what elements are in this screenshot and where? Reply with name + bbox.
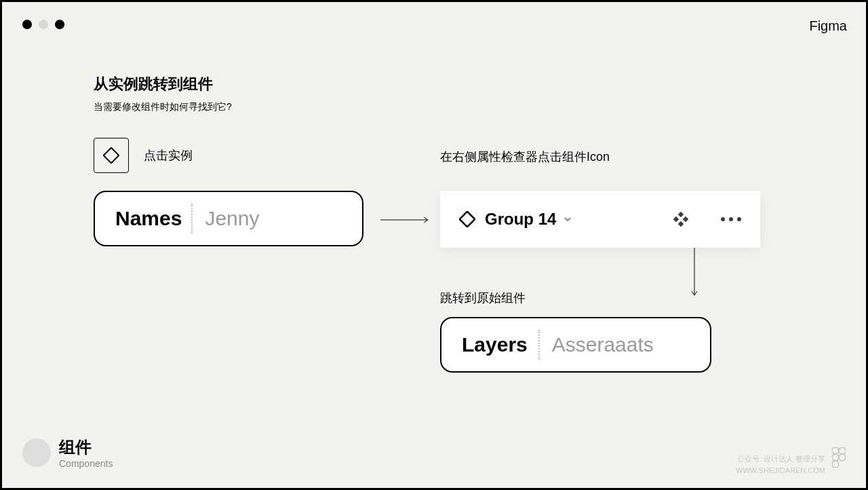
instance-card-label: Names <box>115 207 182 230</box>
divider <box>191 204 193 233</box>
watermark-line-2: WWW.SHEJIDAREN.COM <box>736 465 825 476</box>
footer-badge: 组件 Components <box>22 436 113 469</box>
svg-rect-3 <box>678 212 684 217</box>
more-options-icon[interactable] <box>721 217 741 221</box>
component-name-label[interactable]: Group 14 <box>485 210 556 229</box>
instance-diamond-icon <box>103 147 119 164</box>
svg-point-11 <box>839 454 846 461</box>
watermark-line-1: 公众号: 设计达人 整理分享 <box>736 453 825 465</box>
layers-card-value: Asseraaats <box>552 333 654 356</box>
svg-rect-5 <box>673 216 679 222</box>
instance-diamond-icon <box>459 211 475 227</box>
go-to-main-component-icon[interactable] <box>673 212 688 227</box>
dot-icon <box>39 20 48 29</box>
arrow-right-icon <box>380 216 432 223</box>
step-2-label: 在右侧属性检查器点击组件Icon <box>440 149 610 165</box>
svg-point-9 <box>839 447 846 454</box>
window-controls <box>22 20 64 29</box>
footer-title-en: Components <box>59 458 113 469</box>
footer-title-cn: 组件 <box>59 436 113 458</box>
step-1-label: 点击实例 <box>144 147 193 164</box>
svg-point-12 <box>832 461 839 468</box>
step-1-row: 点击实例 <box>94 138 193 173</box>
svg-rect-4 <box>678 221 684 227</box>
app-name-label: Figma <box>809 18 847 34</box>
instance-icon-box[interactable] <box>94 138 129 173</box>
svg-rect-2 <box>460 212 475 227</box>
dot-icon <box>55 20 64 29</box>
instance-card-value: Jenny <box>205 207 259 230</box>
chevron-down-icon[interactable] <box>563 214 572 224</box>
svg-point-10 <box>832 454 839 461</box>
layers-card[interactable]: Layers Asseraaats <box>440 317 711 373</box>
figma-logo-icon <box>832 447 846 468</box>
badge-circle-icon <box>22 438 51 467</box>
step-3-label: 跳转到原始组件 <box>440 290 526 306</box>
page-heading: 从实例跳转到组件 当需要修改组件时如何寻找到它? <box>94 74 232 113</box>
page-title: 从实例跳转到组件 <box>94 74 232 94</box>
svg-rect-0 <box>104 148 119 164</box>
svg-point-8 <box>832 447 839 454</box>
divider <box>538 330 540 360</box>
watermark: 公众号: 设计达人 整理分享 WWW.SHEJIDAREN.COM <box>736 453 825 476</box>
page-subtitle: 当需要修改组件时如何寻找到它? <box>94 101 232 113</box>
instance-card[interactable]: Names Jenny <box>94 191 363 246</box>
svg-rect-6 <box>683 216 688 222</box>
layers-card-label: Layers <box>462 333 528 356</box>
dot-icon <box>22 20 32 29</box>
inspector-panel: Group 14 <box>440 191 760 248</box>
arrow-down-icon <box>691 248 698 299</box>
